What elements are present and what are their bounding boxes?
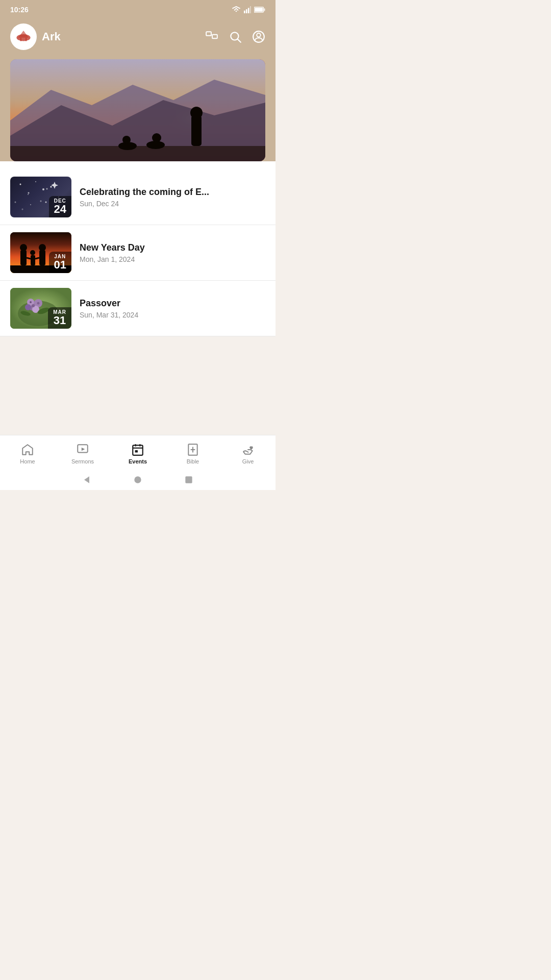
android-nav-bar <box>0 472 276 490</box>
date-badge-dec24: DEC 24 <box>49 196 71 217</box>
android-recents-button[interactable] <box>184 475 194 487</box>
event-title-dec24: Celebrating the coming of E... <box>80 187 265 198</box>
svg-rect-1 <box>246 9 247 13</box>
svg-rect-3 <box>250 6 251 13</box>
hero-image[interactable] <box>10 59 265 161</box>
nav-label-bible: Bible <box>187 458 199 464</box>
svg-marker-69 <box>84 476 89 483</box>
svg-line-46 <box>35 258 39 259</box>
nav-item-sermons[interactable]: Sermons <box>55 439 110 469</box>
svg-point-31 <box>28 194 29 195</box>
event-date-dec24: Sun, Dec 24 <box>80 200 265 208</box>
app-name: Ark <box>42 30 200 43</box>
nav-label-sermons: Sermons <box>71 458 94 464</box>
nav-label-give: Give <box>242 458 254 464</box>
svg-rect-2 <box>248 8 249 14</box>
app-header: Ark <box>0 18 276 59</box>
event-thumb-jan01: JAN 01 <box>10 232 71 273</box>
event-item-dec24[interactable]: DEC 24 Celebrating the coming of E... Su… <box>0 169 276 225</box>
status-bar: 10:26 <box>0 0 276 18</box>
svg-point-54 <box>32 304 35 307</box>
give-icon <box>241 443 255 456</box>
chat-icon[interactable] <box>205 30 218 43</box>
android-back-button[interactable] <box>82 475 92 487</box>
svg-rect-39 <box>20 250 27 265</box>
sermons-icon <box>76 443 89 456</box>
svg-point-55 <box>30 301 32 303</box>
status-time: 10:26 <box>10 6 29 14</box>
svg-point-56 <box>37 302 40 305</box>
hero-mountains-svg <box>10 59 265 161</box>
event-info-dec24: Celebrating the coming of E... Sun, Dec … <box>80 187 265 208</box>
hero-section <box>0 59 276 161</box>
svg-point-34 <box>15 202 16 203</box>
svg-rect-11 <box>206 32 211 36</box>
svg-rect-0 <box>244 11 245 13</box>
svg-point-28 <box>20 184 21 185</box>
svg-line-45 <box>27 258 31 259</box>
nav-item-bible[interactable]: Bible <box>165 439 220 469</box>
bible-icon <box>186 443 199 456</box>
date-badge-mar31: MAR 31 <box>48 307 71 329</box>
home-icon <box>21 443 34 456</box>
nav-item-home[interactable]: Home <box>0 439 55 469</box>
nav-item-give[interactable]: Give <box>220 439 276 469</box>
event-item-jan01[interactable]: JAN 01 New Years Day Mon, Jan 1, 2024 <box>0 225 276 281</box>
event-thumb-mar31: MAR 31 <box>10 288 71 329</box>
svg-rect-5 <box>264 8 265 11</box>
recents-square-icon <box>184 475 194 485</box>
nav-label-home: Home <box>20 458 35 464</box>
event-title-jan01: New Years Day <box>80 242 265 253</box>
event-info-mar31: Passover Sun, Mar 31, 2024 <box>80 298 265 319</box>
events-icon <box>131 443 144 456</box>
svg-point-42 <box>30 250 35 255</box>
event-thumb-dec24: DEC 24 <box>10 177 71 217</box>
battery-icon <box>254 7 265 13</box>
svg-rect-6 <box>255 8 263 12</box>
svg-point-40 <box>20 244 27 251</box>
svg-point-36 <box>45 202 47 203</box>
home-circle-icon <box>133 475 143 485</box>
svg-marker-60 <box>82 447 85 451</box>
signal-icon <box>244 6 251 13</box>
hero-background <box>10 59 265 161</box>
event-item-mar31[interactable]: MAR 31 Passover Sun, Mar 31, 2024 <box>0 281 276 336</box>
svg-point-30 <box>51 186 52 188</box>
svg-line-14 <box>238 39 241 42</box>
svg-rect-12 <box>212 35 217 39</box>
nav-item-events[interactable]: Events <box>110 439 165 469</box>
app-logo[interactable] <box>10 23 37 50</box>
svg-marker-8 <box>18 31 29 38</box>
event-info-jan01: New Years Day Mon, Jan 1, 2024 <box>80 242 265 263</box>
search-icon[interactable] <box>229 30 242 43</box>
event-date-jan01: Mon, Jan 1, 2024 <box>80 255 265 263</box>
svg-point-27 <box>190 107 203 119</box>
svg-point-23 <box>122 136 131 144</box>
svg-rect-21 <box>10 146 265 161</box>
android-home-button[interactable] <box>133 475 143 487</box>
events-list: DEC 24 Celebrating the coming of E... Su… <box>0 161 276 336</box>
svg-point-16 <box>257 33 261 37</box>
event-day-mar31: 31 <box>53 315 66 326</box>
event-day-dec24: 24 <box>54 204 66 215</box>
wifi-icon <box>232 6 241 13</box>
svg-rect-65 <box>135 450 138 452</box>
back-triangle-icon <box>82 475 92 485</box>
event-title-mar31: Passover <box>80 298 265 309</box>
header-action-icons <box>205 30 265 43</box>
svg-rect-43 <box>39 250 45 265</box>
ark-logo-image <box>15 28 32 45</box>
date-badge-jan01: JAN 01 <box>49 252 71 273</box>
svg-rect-41 <box>31 255 35 265</box>
svg-rect-61 <box>133 445 143 455</box>
svg-rect-26 <box>191 115 202 146</box>
account-icon[interactable] <box>252 30 265 43</box>
event-date-mar31: Sun, Mar 31, 2024 <box>80 311 265 319</box>
nav-label-events: Events <box>129 458 147 464</box>
status-icons <box>232 6 265 13</box>
svg-point-52 <box>25 304 31 310</box>
svg-point-32 <box>42 188 44 190</box>
svg-point-44 <box>39 244 46 251</box>
main-content: DEC 24 Celebrating the coming of E... Su… <box>0 161 276 336</box>
svg-point-29 <box>35 181 36 182</box>
